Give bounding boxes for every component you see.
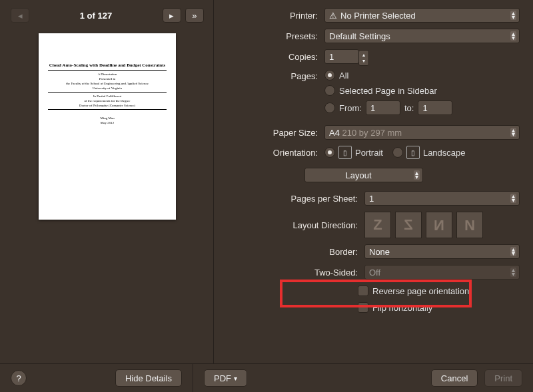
pages-per-sheet-label: Pages per Sheet: [227,194,364,204]
border-label: Border: [227,247,364,257]
hide-details-button[interactable]: Hide Details [115,369,182,387]
help-button[interactable]: ? [11,370,27,386]
page-thumbnail: Cloud Auto-Scaling with Deadline and Bud… [39,33,176,220]
paper-size-label: Paper Size: [227,128,324,138]
prev-page-button[interactable]: ◂ [11,8,29,23]
pdf-dropdown-button[interactable]: PDF ▾ [204,369,247,387]
flip-horizontally-label: Flip horizontally [372,303,432,313]
border-select[interactable]: None ▴▾ [364,244,520,259]
cancel-button[interactable]: Cancel [431,369,478,387]
stepper-arrows-icon[interactable]: ▴▾ [358,50,369,66]
layout-direction-label: Layout Direction: [227,220,364,230]
last-page-button[interactable]: » [185,8,204,23]
layout-dir-2[interactable]: Z [395,212,422,238]
pages-from-label: From: [339,103,362,113]
page-indicator: 1 of 127 [80,11,112,21]
orientation-label: Orientation: [227,148,324,158]
pages-from-field[interactable]: 1 [366,100,400,115]
layout-direction-group: Z Z N N [364,212,483,238]
orientation-portrait-radio[interactable] [324,147,335,158]
chevron-down-icon: ▾ [234,375,237,382]
pages-selected-radio[interactable] [324,85,335,96]
print-dialog: ◂ 1 of 127 ▸ » Cloud Auto-Scaling with D… [0,0,533,392]
layout-dir-4[interactable]: N [456,212,483,238]
layout-dir-3[interactable]: N [426,212,452,238]
landscape-icon: ▯ [406,146,420,159]
pages-all-label: All [339,71,348,81]
printer-select[interactable]: ⚠ No Printer Selected ▴▾ [324,8,520,23]
presets-select[interactable]: Default Settings ▴▾ [324,29,520,43]
pages-to-label: to: [404,103,414,113]
next-page-button[interactable]: ▸ [163,8,181,23]
settings-pane: Printer: ⚠ No Printer Selected ▴▾ Preset… [214,0,533,363]
paper-size-select[interactable]: A4 210 by 297 mm ▴▾ [324,125,520,140]
section-select[interactable]: Layout ▴▾ [304,168,423,182]
pages-all-radio[interactable] [324,70,335,81]
printer-label: Printer: [227,11,324,21]
pages-to-field[interactable]: 1 [418,100,452,115]
flip-horizontally-checkbox[interactable] [358,302,368,313]
pages-per-sheet-select[interactable]: 1 ▴▾ [364,191,520,206]
copies-label: Copies: [227,52,324,62]
layout-dir-1[interactable]: Z [364,212,391,238]
print-button[interactable]: Print [484,369,522,387]
copies-stepper[interactable]: 1 ▴▾ [324,49,359,64]
portrait-icon: ▯ [338,146,352,159]
orientation-landscape-radio[interactable] [392,147,403,158]
reverse-orientation-label: Reverse page orientation [372,286,469,296]
pages-label: Pages: [227,70,324,81]
doc-title: Cloud Auto-Scaling with Deadline and Bud… [48,63,167,68]
reverse-orientation-checkbox[interactable] [358,286,368,296]
pages-range-radio[interactable] [324,102,335,113]
two-sided-select: Off ▴▾ [364,265,520,280]
warning-icon: ⚠ [329,11,337,21]
two-sided-label: Two-Sided: [227,268,364,278]
presets-label: Presets: [227,31,324,41]
pages-selected-label: Selected Page in Sidebar [339,86,437,96]
preview-pane: ◂ 1 of 127 ▸ » Cloud Auto-Scaling with D… [0,0,214,363]
